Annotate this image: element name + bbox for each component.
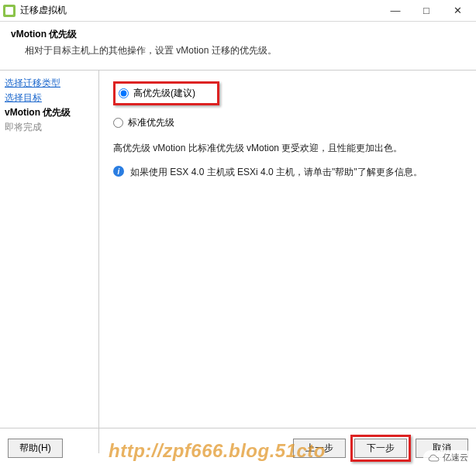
- close-button[interactable]: ✕: [442, 2, 473, 20]
- radio-high-row: 高优先级(建议): [113, 81, 462, 105]
- info-icon: i: [113, 166, 124, 177]
- wizard-body: 选择迁移类型 选择目标 vMotion 优先级 即将完成 高优先级(建议) 标准…: [0, 71, 476, 453]
- radio-high-label: 高优先级(建议): [133, 87, 195, 100]
- wizard-header: vMotion 优先级 相对于目标主机上的其他操作，设置 vMotion 迁移的…: [0, 22, 476, 70]
- header-subtitle: 相对于目标主机上的其他操作，设置 vMotion 迁移的优先级。: [11, 44, 465, 57]
- step-select-target[interactable]: 选择目标: [5, 91, 94, 105]
- cloud-icon: [428, 453, 440, 463]
- wizard-footer: 帮助(H) 上一步 下一步 取消: [0, 428, 476, 468]
- step-vmotion-priority: vMotion 优先级: [5, 106, 94, 119]
- titlebar: 迁移虚拟机 — □ ✕: [0, 0, 476, 22]
- step-migration-type[interactable]: 选择迁移类型: [5, 77, 94, 90]
- app-icon: [3, 5, 16, 17]
- priority-description: 高优先级 vMotion 比标准优先级 vMotion 更受欢迎，且性能更加出色…: [113, 142, 462, 155]
- window-controls: — □ ✕: [380, 2, 473, 20]
- next-button[interactable]: 下一步: [354, 439, 407, 458]
- radio-standard-label: 标准优先级: [128, 116, 174, 129]
- info-row: i 如果使用 ESX 4.0 主机或 ESXi 4.0 主机，请单击"帮助"了解…: [113, 166, 462, 179]
- radio-standard-priority[interactable]: [113, 118, 123, 128]
- info-text: 如果使用 ESX 4.0 主机或 ESXi 4.0 主机，请单击"帮助"了解更多…: [130, 166, 423, 179]
- main-panel: 高优先级(建议) 标准优先级 高优先级 vMotion 比标准优先级 vMoti…: [99, 71, 476, 453]
- step-ready-complete: 即将完成: [5, 121, 94, 134]
- radio-standard-row: 标准优先级: [113, 116, 462, 129]
- header-title: vMotion 优先级: [11, 28, 465, 41]
- window-title: 迁移虚拟机: [20, 4, 380, 17]
- highlight-next: 下一步: [350, 435, 411, 462]
- radio-high-priority[interactable]: [119, 88, 129, 98]
- logo-text: 亿速云: [443, 452, 468, 463]
- highlight-recommended: 高优先级(建议): [113, 81, 219, 105]
- wizard-steps: 选择迁移类型 选择目标 vMotion 优先级 即将完成: [0, 71, 99, 453]
- maximize-button[interactable]: □: [411, 2, 442, 20]
- corner-logo: 亿速云: [423, 450, 473, 465]
- back-button[interactable]: 上一步: [293, 439, 346, 458]
- help-button[interactable]: 帮助(H): [8, 439, 63, 458]
- minimize-button[interactable]: —: [380, 2, 411, 20]
